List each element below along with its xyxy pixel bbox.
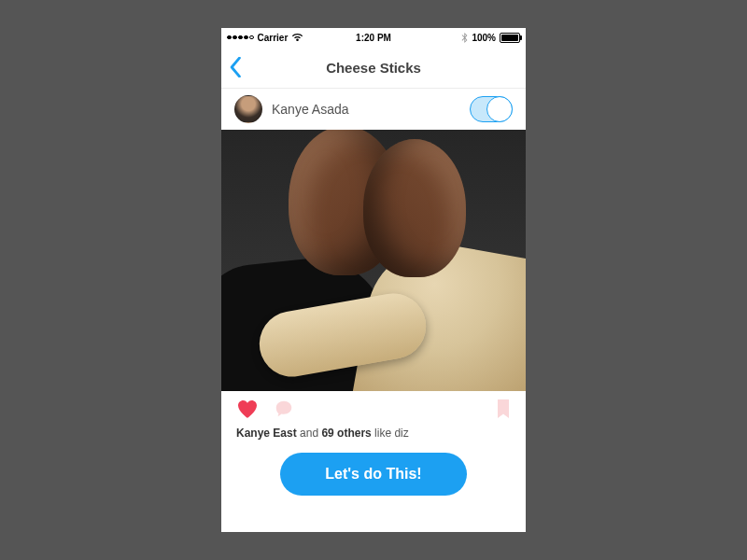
likes-trailing: like diz <box>372 427 409 440</box>
phone-frame: Carrier 1:20 PM 100% Cheese Sticks Kanye… <box>221 28 526 532</box>
likes-line: Kanye East and 69 others like diz <box>221 427 526 447</box>
battery-icon <box>500 33 520 43</box>
profile-row: Kanye Asada <box>221 89 526 130</box>
likes-others-count[interactable]: 69 others <box>321 427 371 440</box>
status-bar: Carrier 1:20 PM 100% <box>221 28 526 47</box>
page-title: Cheese Sticks <box>221 60 526 76</box>
status-clock: 1:20 PM <box>221 33 526 43</box>
nav-bar: Cheese Sticks <box>221 47 526 89</box>
back-button[interactable] <box>229 57 242 77</box>
bookmark-icon[interactable] <box>496 399 511 419</box>
likes-mid: and <box>297 427 322 440</box>
cta-button[interactable]: Let's do This! <box>280 453 467 496</box>
action-row <box>221 391 526 427</box>
post-image[interactable] <box>221 130 526 391</box>
toggle-knob <box>486 96 513 122</box>
profile-name[interactable]: Kanye Asada <box>272 102 460 117</box>
heart-icon[interactable] <box>236 399 259 419</box>
cta-wrap: Let's do This! <box>221 447 526 496</box>
follow-toggle[interactable] <box>470 96 513 122</box>
avatar[interactable] <box>234 95 262 123</box>
likes-lead-user[interactable]: Kanye East <box>236 427 297 440</box>
comment-icon[interactable] <box>274 399 294 419</box>
